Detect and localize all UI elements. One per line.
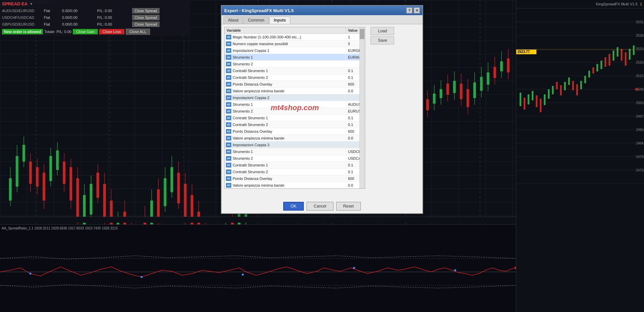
table-row[interactable]: abNumero coppie massime possibili5 (225, 40, 365, 47)
table-row[interactable]: abContratti Strumento 10.1 (225, 115, 365, 121)
table-row[interactable]: abContratti Strumento 20.1 (225, 74, 365, 81)
row-icon: ab (226, 35, 231, 39)
variable-text: Strumento 1 (233, 150, 253, 154)
row-icon: ab (226, 149, 231, 154)
td-variable: abContratti Strumento 1 (225, 115, 346, 121)
side-buttons: Load Save (371, 27, 394, 189)
table-row[interactable]: abStrumento 1EURAUD (225, 54, 365, 61)
row-icon: ab (226, 169, 231, 174)
tab-inputs[interactable]: Inputs (269, 17, 290, 24)
table-row[interactable]: abImpostazioni Coppia 3 (225, 142, 365, 148)
dialog-title: Expert - KingSpreadFX Multi V1.5 (224, 8, 406, 13)
table-row[interactable]: abStrumento 1USDCHF (225, 148, 365, 155)
table-row[interactable]: abImpostazioni Coppia 1EURGBP (225, 47, 365, 54)
variable-text: Points Distanza Overlay (233, 129, 272, 133)
td-variable: abImpostazioni Coppia 2 (225, 94, 346, 101)
td-variable: abContratti Strumento 2 (225, 74, 346, 81)
row-icon: ab (226, 62, 231, 66)
row-icon: ab (226, 48, 231, 53)
td-variable: abImpostazioni Coppia 3 (225, 142, 346, 148)
variable-text: Valore ampiezza minima bande (233, 183, 284, 187)
td-variable: abStrumento 1 (225, 148, 346, 155)
row-icon: ab (226, 129, 231, 134)
table-row[interactable]: abContratti Strumento 20.1 (225, 168, 365, 175)
load-button[interactable]: Load (371, 27, 394, 35)
variable-text: Contratti Strumento 1 (233, 69, 268, 73)
table-row[interactable]: abValore ampiezza minima bande0.0 (225, 135, 365, 142)
td-variable: abValore ampiezza minima bande (225, 88, 346, 94)
reset-button[interactable]: Reset (336, 202, 361, 211)
help-button[interactable]: ? (406, 7, 412, 13)
row-icon: ab (226, 163, 231, 167)
dialog-body: mt4shop.com Variable Value abMagic Numbe… (222, 24, 422, 199)
variable-text: Strumento 1 (233, 55, 253, 59)
table-body: abMagic Number (1-100-200-300-400 etc...… (225, 34, 365, 189)
variable-text: Impostazioni Coppia 2 (233, 96, 269, 100)
dialog-title-buttons: ? ✕ (406, 7, 420, 13)
row-icon: ab (226, 82, 231, 87)
td-variable: abStrumento 1 (225, 101, 346, 107)
variable-text: Valore ampiezza minima bande (233, 89, 284, 93)
variable-text: Strumento 2 (233, 109, 253, 113)
row-icon: ab (226, 95, 231, 100)
td-variable: abStrumento 2 (225, 155, 346, 161)
td-variable: abContratti Strumento 1 (225, 162, 346, 168)
variable-text: Strumento 2 (233, 156, 253, 160)
table-row[interactable]: abStrumento 2 (225, 61, 365, 67)
td-variable: abImpostazioni Coppia 1 (225, 47, 346, 54)
row-icon: ab (226, 122, 231, 127)
td-variable: abContratti Strumento 2 (225, 168, 346, 175)
variable-text: Impostazioni Coppia 3 (233, 143, 269, 147)
variable-text: Contratti Strumento 2 (233, 123, 268, 127)
td-variable: abValore ampiezza minima bande (225, 182, 346, 188)
variable-text: Valore ampiezza minima bande (233, 136, 284, 140)
td-variable: abContratti Strumento 1 (225, 67, 346, 74)
table-row[interactable]: abPoints Distanza Overlay600 (225, 175, 365, 182)
table-row[interactable]: abStrumento 1AUDUSD (225, 101, 365, 108)
table-row[interactable]: abContratti Strumento 10.1 (225, 67, 365, 74)
row-icon: ab (226, 183, 231, 188)
table-row[interactable]: abPoints Distanza Overlay600 (225, 81, 365, 88)
close-dialog-button[interactable]: ✕ (414, 7, 420, 13)
variable-text: Contratti Strumento 2 (233, 170, 268, 174)
variable-text: Points Distanza Overlay (233, 82, 272, 86)
col-variable: Variable (225, 27, 346, 33)
variable-text: Contratti Strumento 1 (233, 163, 268, 167)
td-variable: abStrumento 2 (225, 108, 346, 114)
variable-text: Points Distanza Overlay (233, 177, 272, 181)
variable-text: Contratti Strumento 2 (233, 75, 268, 80)
table-and-side: mt4shop.com Variable Value abMagic Numbe… (224, 27, 420, 189)
td-variable: abValore ampiezza minima bande (225, 135, 346, 141)
table-row[interactable]: abImpostazioni Coppia 2 (225, 94, 365, 101)
td-variable: abStrumento 1 (225, 54, 346, 60)
save-button[interactable]: Save (371, 36, 394, 44)
tab-about[interactable]: About (224, 17, 243, 24)
td-variable: abNumero coppie massime possibili (225, 40, 346, 47)
row-icon: ab (226, 156, 231, 161)
variable-text: Impostazioni Coppia 1 (233, 49, 269, 53)
table-row[interactable]: abStrumento 2USDCAD (225, 155, 365, 162)
table-row[interactable]: abContratti Strumento 10.1 (225, 162, 365, 168)
td-variable: abPoints Distanza Overlay (225, 81, 346, 87)
table-row[interactable]: abContratti Strumento 20.1 (225, 121, 365, 128)
ok-button[interactable]: OK (283, 202, 304, 211)
dialog-titlebar: Expert - KingSpreadFX Multi V1.5 ? ✕ (222, 6, 422, 15)
cancel-button[interactable]: Cancel (306, 202, 333, 211)
variable-text: Numero coppie massime possibili (233, 42, 288, 46)
td-variable: abMagic Number (1-100-200-300-400 etc...… (225, 34, 346, 40)
table-row[interactable]: abMagic Number (1-100-200-300-400 etc...… (225, 34, 365, 40)
dialog-tabs: About Common Inputs (222, 15, 422, 24)
variables-table[interactable]: mt4shop.com Variable Value abMagic Numbe… (224, 27, 365, 189)
tab-common[interactable]: Common (243, 17, 269, 24)
scroll-indicator[interactable] (359, 27, 365, 188)
row-icon: ab (226, 68, 231, 73)
table-row[interactable]: abStrumento 2EURUSD (225, 108, 365, 115)
dialog-overlay: Expert - KingSpreadFX Multi V1.5 ? ✕ Abo… (0, 0, 644, 312)
row-icon: ab (226, 143, 231, 147)
table-row[interactable]: abPoints Distanza Overlay600 (225, 128, 365, 135)
row-icon: ab (226, 55, 231, 60)
scroll-thumb[interactable] (360, 29, 364, 39)
variable-text: Contratti Strumento 1 (233, 116, 268, 120)
table-row[interactable]: abValore ampiezza minima bande0.0 (225, 88, 365, 94)
table-row[interactable]: abValore ampiezza minima bande0.0 (225, 182, 365, 189)
